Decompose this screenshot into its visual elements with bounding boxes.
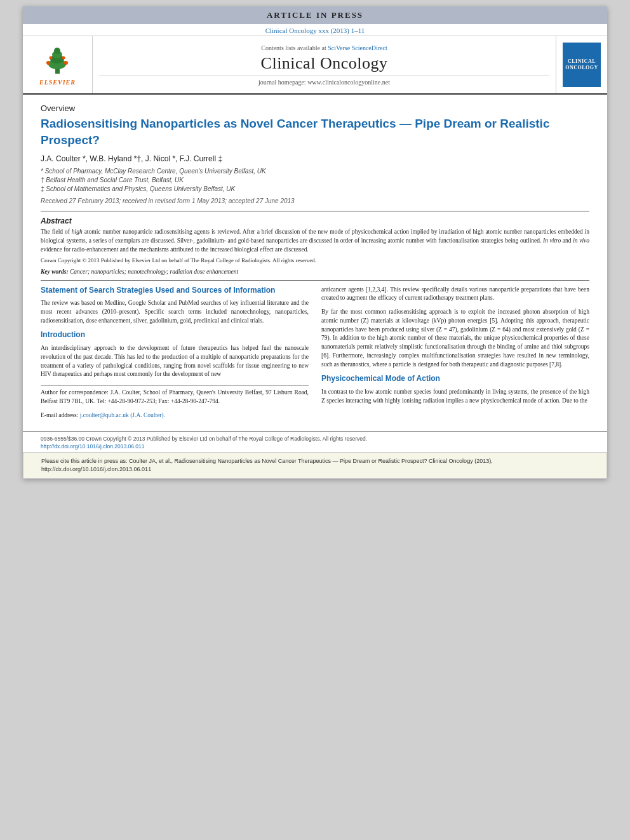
affiliation-1: * School of Pharmacy, McClay Research Ce… — [41, 167, 589, 176]
cite-box: Please cite this article in press as: Co… — [23, 452, 607, 478]
section3-heading: Physicochemical Mode of Action — [321, 374, 589, 384]
right-para1: anticancer agents [1,2,3,4]. This review… — [321, 286, 589, 303]
author-footnote: Author for correspondence: J.A. Coulter,… — [41, 389, 309, 406]
abstract-title: Abstract — [41, 217, 589, 225]
journal-top-row: ELSEVIER Contents lists available at Sci… — [23, 36, 607, 93]
journal-header: Clinical Oncology xxx (2013) 1–11 — [23, 24, 607, 95]
authors: J.A. Coulter *, W.B. Hyland *†, J. Nicol… — [41, 154, 589, 163]
section1-body: The review was based on Medline, Google … — [41, 299, 309, 325]
section2-heading: Introduction — [41, 330, 309, 340]
keywords: Key words: Cancer; nanoparticles; nanote… — [41, 269, 589, 275]
section1-heading: Statement of Search Strategies Used and … — [41, 286, 309, 296]
received-line: Received 27 February 2013; received in r… — [41, 197, 589, 204]
svg-point-7 — [50, 56, 53, 59]
article-title: Radiosensitising Nanoparticles as Novel … — [41, 116, 589, 148]
elsevier-label: ELSEVIER — [39, 79, 76, 86]
sciverse-line: Contents lists available at SciVerse Sci… — [261, 44, 387, 51]
affiliation-2: † Belfast Health and Social Care Trust, … — [41, 176, 589, 185]
svg-point-4 — [54, 48, 60, 54]
two-column-body: Statement of Search Strategies Used and … — [41, 286, 589, 425]
svg-point-6 — [64, 61, 68, 65]
journal-middle: Contents lists available at SciVerse Sci… — [93, 36, 556, 93]
email-line: E-mail address: j.coulter@qub.ac.uk (J.A… — [41, 411, 309, 420]
left-column: Statement of Search Strategies Used and … — [41, 286, 309, 425]
svg-point-5 — [46, 61, 50, 65]
copyright-text: Crown Copyright © 2013 Published by Else… — [41, 257, 589, 263]
overview-label: Overview — [41, 103, 589, 113]
affiliation-3: ‡ School of Mathematics and Physics, Que… — [41, 185, 589, 194]
right-column: anticancer agents [1,2,3,4]. This review… — [321, 286, 589, 425]
elsevier-tree-icon — [36, 44, 80, 76]
footer-issn: 0936-6555/$36.00 Crown Copyright © 2013 … — [41, 436, 589, 442]
elsevier-logo: ELSEVIER — [23, 36, 93, 93]
divider-1 — [41, 211, 589, 211]
abstract-body: The field of high atomic number nanopart… — [41, 228, 589, 254]
oncology-logo: CLINICALONCOLOGY — [556, 36, 607, 93]
journal-name: Clinical Oncology — [261, 54, 388, 73]
section2-body: An interdisciplinary approach to the dev… — [41, 344, 309, 379]
affiliations: * School of Pharmacy, McClay Research Ce… — [41, 167, 589, 194]
oncology-logo-box: CLINICALONCOLOGY — [563, 43, 601, 87]
sciverse-link[interactable]: SciVerse ScienceDirect — [328, 44, 387, 51]
content: Overview Radiosensitising Nanoparticles … — [23, 95, 607, 431]
journal-url: journal homepage: www.clinicaloncologyon… — [99, 76, 549, 86]
aip-banner: ARTICLE IN PRESS — [23, 6, 607, 24]
journal-citation: Clinical Oncology xxx (2013) 1–11 — [23, 24, 607, 36]
divider-2 — [41, 280, 589, 281]
right-para2: By far the most common radiosensitising … — [321, 308, 589, 369]
page: ARTICLE IN PRESS Clinical Oncology xxx (… — [23, 6, 607, 479]
svg-point-8 — [62, 56, 65, 59]
footer-doi[interactable]: http://dx.doi.org/10.1016/j.clon.2013.06… — [41, 443, 589, 450]
abstract-section: Abstract The field of high atomic number… — [41, 217, 589, 263]
footer-bar: 0936-6555/$36.00 Crown Copyright © 2013 … — [23, 431, 607, 452]
section3-body: In contrast to the low atomic number spe… — [321, 388, 589, 406]
